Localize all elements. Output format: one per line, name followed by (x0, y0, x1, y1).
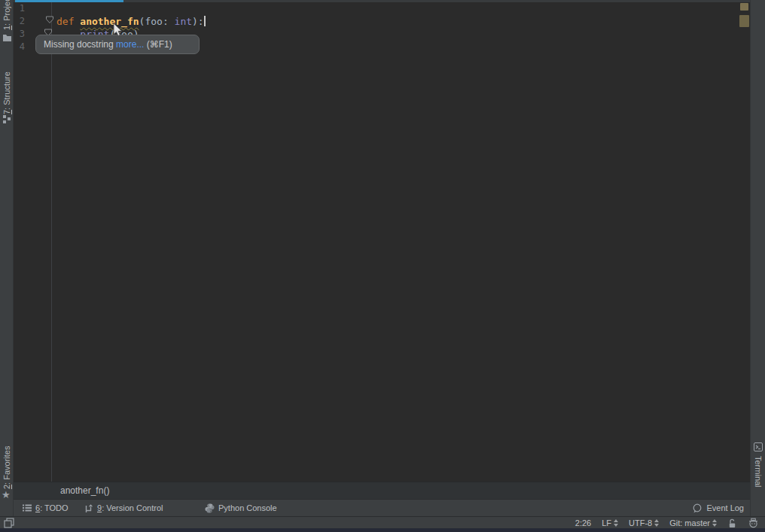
folder-icon[interactable] (2, 33, 12, 42)
line-number: 2 (15, 15, 25, 28)
fold-marker-icon[interactable] (45, 16, 54, 24)
python-console-label: Python Console (218, 503, 277, 512)
caret-position-widget[interactable]: 2:26 (575, 518, 591, 527)
line-number: 3 (15, 28, 25, 41)
project-label: : Project (2, 0, 11, 26)
close-token: ): (192, 16, 204, 27)
mouse-cursor-icon (113, 23, 123, 37)
encoding-widget[interactable]: UTF-8 (629, 518, 659, 527)
git-branch-value: Git: master (669, 518, 710, 527)
toolwindow-button-structure[interactable]: 7: Structure (2, 68, 11, 114)
toolwindow-switcher-icon[interactable] (4, 518, 14, 528)
tooltip-shortcut: (⌘F1) (144, 39, 172, 50)
git-branch-widget[interactable]: Git: master (669, 518, 717, 527)
tooltip-message: Missing docstring (44, 39, 116, 50)
toolwindow-button-project[interactable]: 1: Project (2, 0, 11, 30)
version-control-icon (84, 503, 93, 513)
type-token: int (175, 16, 192, 27)
chevron-updown-icon (614, 519, 618, 527)
encoding-value: UTF-8 (629, 518, 652, 527)
line-number: 4 (15, 41, 25, 53)
warning-stripe-mark[interactable] (740, 3, 748, 11)
left-toolwindow-bar: 1: Project 7: Structure 2: Favorites ★ (0, 0, 14, 516)
editor-line-1: 1 (14, 2, 750, 15)
event-log-label: Event Log (706, 503, 744, 512)
breadcrumb: another_fn() (14, 482, 750, 499)
favorites-label: : Favorites (2, 446, 11, 485)
breadcrumb-item[interactable]: another_fn() (60, 482, 109, 499)
tooltip-more-link[interactable]: more... (116, 39, 144, 50)
toolwindow-button-version-control[interactable]: 9: Version Control (84, 500, 163, 516)
code-line-def: def another_fn(foo: int): (56, 15, 204, 28)
param-token: foo (145, 16, 162, 27)
status-bar: 2:26 LF UTF-8 Git: master (0, 516, 765, 528)
star-icon[interactable]: ★ (2, 489, 11, 500)
warning-stripe-mark[interactable] (739, 15, 749, 27)
event-log-button[interactable]: Event Log (692, 500, 744, 516)
project-mnemonic: 1 (2, 26, 11, 30)
text-caret (204, 16, 206, 26)
unlocked-padlock-icon[interactable] (727, 518, 737, 528)
python-console-icon (205, 503, 215, 513)
terminal-icon[interactable] (754, 442, 763, 451)
chevron-updown-icon (654, 519, 659, 527)
version-control-label: 9: Version Control (97, 503, 163, 512)
line-separator-widget[interactable]: LF (602, 518, 618, 527)
colon-token: : (163, 16, 175, 27)
structure-icon[interactable] (3, 115, 11, 123)
inspections-hector-icon[interactable] (748, 518, 759, 528)
editor-line-2: 2 def another_fn(foo: int): (14, 15, 750, 28)
todo-list-icon (23, 504, 32, 512)
desktop-edge-strip (0, 528, 765, 532)
structure-label: : Structure (2, 71, 11, 110)
gutter-separator (51, 2, 52, 482)
toolwindow-button-todo[interactable]: 6: TODO (23, 500, 69, 516)
chevron-updown-icon (712, 519, 717, 527)
toolwindow-button-python-console[interactable]: Python Console (205, 500, 277, 516)
inspection-tooltip: Missing docstring more... (⌘F1) (35, 35, 200, 54)
event-log-icon (692, 503, 703, 513)
function-name-token: another_fn (80, 16, 139, 27)
terminal-label: Terminal (754, 456, 763, 488)
line-separator-value: LF (602, 518, 611, 527)
bottom-toolbar: 6: TODO 9: Version Control Python Consol… (14, 499, 750, 516)
todo-label: 6: TODO (35, 503, 69, 512)
line-number: 1 (15, 2, 25, 15)
code-editor[interactable]: 1 2 def another_fn(foo: int): 3 print(fo… (14, 0, 750, 482)
structure-mnemonic: 7 (2, 110, 11, 114)
ide-window: 1: Project 7: Structure 2: Favorites ★ T… (0, 0, 765, 532)
toolwindow-button-favorites[interactable]: 2: Favorites (2, 430, 11, 489)
right-toolwindow-bar: Terminal (750, 0, 765, 516)
toolwindow-button-terminal[interactable]: Terminal (754, 456, 763, 504)
keyword-token: def (56, 16, 80, 27)
